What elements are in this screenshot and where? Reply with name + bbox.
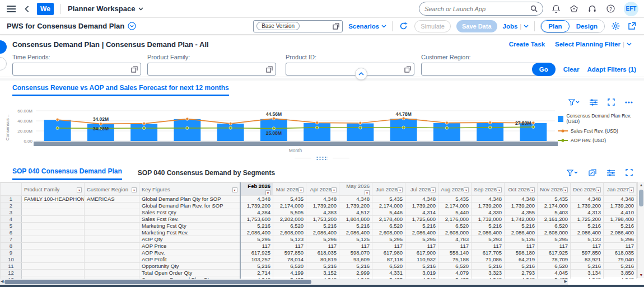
bar[interactable] <box>433 123 460 141</box>
grid-cell[interactable]: 1,742,000 <box>505 216 538 223</box>
grid-cell[interactable]: 83,921 <box>571 256 604 263</box>
grid-cell[interactable]: 5,435 <box>372 196 405 203</box>
product-family-cell[interactable] <box>22 229 85 236</box>
feedback-icon[interactable] <box>569 4 579 14</box>
grid-cell[interactable]: 5,216 <box>240 223 273 229</box>
grid-cell[interactable]: 2,174,000 <box>273 203 306 209</box>
grid-cell[interactable]: 117 <box>571 243 604 250</box>
product-family-cell[interactable] <box>22 270 85 276</box>
grid-cell[interactable]: 117 <box>538 243 571 250</box>
grid-cell[interactable]: 71,086 <box>472 256 505 263</box>
grid-cell[interactable]: 1,798,400 <box>604 216 637 223</box>
grid-cell[interactable]: 598,070 <box>339 250 372 256</box>
grid-cell[interactable]: 117 <box>472 243 505 250</box>
grid-cell[interactable]: 110,932 <box>405 256 438 263</box>
customer-region-cell[interactable] <box>85 209 139 216</box>
grid-cell[interactable]: 617,705 <box>472 250 505 256</box>
grid-cell[interactable]: 598,180 <box>505 250 538 256</box>
clear-button[interactable]: Clear <box>563 66 580 73</box>
grid-cell[interactable]: 2,178,400 <box>372 216 405 223</box>
grid-cell[interactable]: 2,174,000 <box>538 203 571 209</box>
grid-cell[interactable]: 117 <box>505 243 538 250</box>
grid-cell[interactable]: 5,216 <box>240 263 273 270</box>
bar[interactable] <box>477 123 503 141</box>
month-column-header[interactable]: Nov 2026 ▾ <box>538 183 571 196</box>
grid-cell[interactable]: 2,714 <box>240 270 273 276</box>
grid-cell[interactable]: 4,348 <box>505 196 538 203</box>
grid-cell[interactable]: 1,753,200 <box>306 216 339 223</box>
vertical-scroll-thumb[interactable] <box>639 190 643 206</box>
grid-cell[interactable]: 618,035 <box>306 250 339 256</box>
version-input[interactable]: Base Version <box>253 20 343 32</box>
grid-cell[interactable]: 5,440 <box>438 209 472 216</box>
row-number[interactable]: 10 <box>1 256 22 263</box>
customer-region-cell[interactable] <box>85 256 139 263</box>
grid-cell[interactable]: 5,505 <box>273 209 306 216</box>
grid-cell[interactable]: 5,216 <box>472 263 505 270</box>
grid-cell[interactable]: 4,199 <box>273 270 306 276</box>
data-point[interactable] <box>99 123 102 125</box>
column-menu-icon[interactable]: ▾ <box>464 187 469 192</box>
grid-cell[interactable]: 617,980 <box>372 250 405 256</box>
simulate-button[interactable]: Simulate <box>414 20 451 32</box>
data-point[interactable] <box>56 126 59 129</box>
product-family-cell[interactable] <box>22 203 85 209</box>
month-column-header[interactable]: Mar 2026 ▾ <box>273 183 306 196</box>
key-figure-cell[interactable]: Global Demand Plan Qty for SOP <box>139 196 240 203</box>
grid-export-icon[interactable] <box>587 168 598 177</box>
grid-cell[interactable]: 617,925 <box>240 250 273 256</box>
support-headset-icon[interactable] <box>587 4 598 14</box>
grid-cell[interactable]: 2,176,000 <box>438 216 472 223</box>
data-point[interactable] <box>143 126 146 129</box>
chart-filter-icon[interactable] <box>567 98 581 107</box>
column-menu-icon[interactable]: ▾ <box>398 187 403 192</box>
row-number[interactable]: 11 <box>1 263 22 270</box>
grid-cell[interactable]: 5,123 <box>273 236 306 243</box>
grid-cell[interactable]: 5,216 <box>604 223 637 229</box>
grid-cell[interactable]: 4,314 <box>405 209 438 216</box>
grid-cell[interactable]: 2,086,400 <box>339 229 372 236</box>
month-column-header[interactable]: Jun 2026 ▾ <box>372 183 405 196</box>
key-figure-cell[interactable]: AOP Qty <box>139 236 240 243</box>
grid-cell[interactable]: 5,295 <box>538 236 571 243</box>
grid-cell[interactable]: 5,435 <box>438 196 472 203</box>
product-family-cell[interactable] <box>22 263 85 270</box>
grid-cell[interactable]: 5,123 <box>571 236 604 243</box>
back-icon[interactable] <box>24 4 30 13</box>
grid-cell[interactable]: 2,086,400 <box>306 229 339 236</box>
app-title-menu[interactable]: Planner Workspace <box>68 4 143 13</box>
key-figure-cell[interactable]: Marketing Fcst Rev. <box>139 229 240 236</box>
design-tab-button[interactable]: Design <box>570 20 604 32</box>
bar[interactable] <box>304 123 330 141</box>
time-periods-input[interactable] <box>12 63 141 76</box>
customer-region-cell[interactable]: AMERICAS <box>85 196 139 203</box>
grid-cell[interactable]: 4,348 <box>604 276 637 279</box>
column-menu-icon[interactable]: ▾ <box>298 187 304 192</box>
expand-circle-icon[interactable] <box>128 22 136 30</box>
splitter-handle-icon[interactable] <box>316 156 328 160</box>
product-family-cell[interactable] <box>22 216 85 223</box>
grid-cell[interactable]: 4,512 <box>339 209 372 216</box>
month-column-header[interactable]: Sep 2026 ▾ <box>472 183 505 196</box>
grid-settings-icon[interactable] <box>606 168 616 177</box>
product-family-cell[interactable] <box>22 223 85 229</box>
grid-cell[interactable]: 5,296 <box>604 236 637 243</box>
grid-cell[interactable]: 1,739,200 <box>505 203 538 209</box>
grid-cell[interactable]: 2,202,000 <box>273 216 306 223</box>
grid-cell[interactable]: 93,609 <box>339 256 372 263</box>
data-point[interactable] <box>489 121 492 124</box>
grid-cell[interactable]: 117 <box>273 243 306 250</box>
horizontal-scrollbar[interactable]: ◀ ▶ <box>0 279 568 285</box>
grid-cell[interactable]: 78,014 <box>273 256 306 263</box>
customer-region-cell[interactable] <box>85 243 139 250</box>
grid-cell[interactable]: 6,520 <box>438 263 472 270</box>
month-column-header[interactable]: Apr 2026 ▾ <box>306 183 339 196</box>
value-help-icon[interactable] <box>333 23 339 30</box>
column-menu-icon[interactable]: ▾ <box>232 187 237 192</box>
grid-cell[interactable]: 1,753,600 <box>240 216 273 223</box>
grid-cell[interactable]: 5,403 <box>538 209 571 216</box>
column-menu-icon[interactable]: ▾ <box>365 190 370 195</box>
bar[interactable] <box>260 119 287 141</box>
data-point[interactable] <box>402 126 405 129</box>
grid-cell[interactable]: 4,348 <box>405 196 438 203</box>
